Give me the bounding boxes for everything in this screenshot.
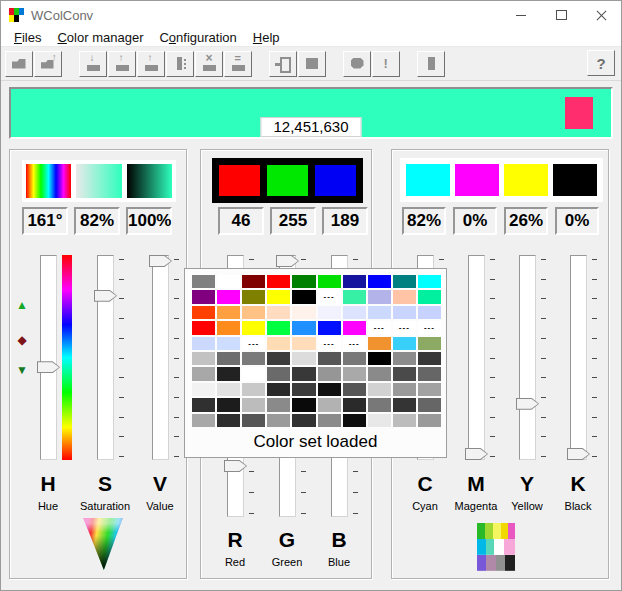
black-slider[interactable]: [570, 255, 598, 460]
palette-swatch[interactable]: [217, 383, 240, 396]
palette-swatch[interactable]: [368, 367, 391, 380]
decrease-arrow-icon[interactable]: [15, 360, 29, 378]
palette-swatch[interactable]: [192, 306, 215, 319]
palette-swatch[interactable]: ---: [318, 290, 341, 303]
palette-swatch[interactable]: [192, 321, 215, 334]
increase-arrow-icon[interactable]: [15, 295, 29, 313]
palette-swatch[interactable]: [318, 383, 341, 396]
value-slider[interactable]: [152, 255, 180, 460]
palette-swatch[interactable]: [242, 414, 265, 427]
palette-swatch[interactable]: [343, 367, 366, 380]
palette-swatch[interactable]: [292, 398, 315, 411]
palette-swatch[interactable]: [418, 337, 441, 350]
palette-swatch[interactable]: ---: [242, 337, 265, 350]
palette-swatch[interactable]: [318, 414, 341, 427]
red-slider-thumb[interactable]: [224, 460, 247, 472]
open-colorset-button[interactable]: [5, 51, 33, 77]
palette-swatch[interactable]: [393, 337, 416, 350]
value-slider-track[interactable]: [152, 255, 169, 460]
palette-swatch[interactable]: [368, 383, 391, 396]
palette-swatch[interactable]: [318, 367, 341, 380]
palette-swatch[interactable]: [267, 398, 290, 411]
palette-swatch[interactable]: [418, 383, 441, 396]
palette-swatch[interactable]: [267, 352, 290, 365]
palette-swatch[interactable]: [192, 414, 215, 427]
magenta-slider-track[interactable]: [468, 255, 485, 460]
palette-swatch[interactable]: [267, 306, 290, 319]
palette-swatch[interactable]: [217, 414, 240, 427]
menu-color-manager[interactable]: Color manager: [49, 29, 151, 46]
palette-swatch[interactable]: [217, 306, 240, 319]
palette-swatch[interactable]: [192, 275, 215, 288]
palette-swatch[interactable]: [267, 414, 290, 427]
copy-color-button[interactable]: [298, 51, 326, 77]
palette-swatch[interactable]: [192, 398, 215, 411]
palette-swatch[interactable]: [418, 306, 441, 319]
palette-swatch[interactable]: [393, 306, 416, 319]
palette-swatch[interactable]: [267, 290, 290, 303]
palette-swatch[interactable]: [217, 321, 240, 334]
palette-swatch[interactable]: [368, 275, 391, 288]
palette-swatch[interactable]: [267, 321, 290, 334]
palette-swatch[interactable]: [267, 337, 290, 350]
palette-swatch[interactable]: [242, 321, 265, 334]
palette-swatch[interactable]: [368, 414, 391, 427]
palette-swatch[interactable]: [242, 383, 265, 396]
palette-swatch[interactable]: [242, 398, 265, 411]
palette-swatch[interactable]: [318, 352, 341, 365]
saturation-slider[interactable]: [97, 255, 125, 460]
store-color-down-button[interactable]: [79, 51, 107, 77]
palette-swatch[interactable]: [318, 321, 341, 334]
exclamation-button[interactable]: [372, 51, 400, 77]
slider-adjust-button[interactable]: [166, 51, 194, 77]
palette-swatch[interactable]: [368, 352, 391, 365]
hue-slider-thumb[interactable]: [37, 361, 60, 373]
palette-swatch[interactable]: [267, 383, 290, 396]
palette-swatch[interactable]: [292, 275, 315, 288]
palette-swatch[interactable]: [292, 352, 315, 365]
recall-color-up2-button[interactable]: [137, 51, 165, 77]
palette-swatch[interactable]: [242, 352, 265, 365]
value-slider-thumb[interactable]: [149, 255, 172, 267]
palette-swatch[interactable]: [242, 367, 265, 380]
palette-swatch[interactable]: [292, 337, 315, 350]
minimize-button[interactable]: [501, 1, 541, 29]
palette-swatch[interactable]: [242, 290, 265, 303]
palette-swatch[interactable]: [217, 337, 240, 350]
palette-swatch[interactable]: [393, 367, 416, 380]
saturation-slider-thumb[interactable]: [94, 290, 117, 302]
palette-swatch[interactable]: [343, 290, 366, 303]
hue-slider-track[interactable]: [40, 255, 57, 460]
palette-swatch[interactable]: [292, 306, 315, 319]
delete-color-button[interactable]: [195, 51, 223, 77]
palette-swatch[interactable]: [343, 414, 366, 427]
palette-swatch[interactable]: [368, 398, 391, 411]
palette-swatch[interactable]: [292, 367, 315, 380]
palette-swatch[interactable]: [242, 275, 265, 288]
palette-swatch[interactable]: [368, 337, 391, 350]
recall-color-up-button[interactable]: [108, 51, 136, 77]
maximize-button[interactable]: [541, 1, 581, 29]
palette-swatch[interactable]: [343, 352, 366, 365]
palette-swatch[interactable]: [418, 290, 441, 303]
panel-button[interactable]: [417, 51, 445, 77]
palette-swatch[interactable]: [192, 352, 215, 365]
close-button[interactable]: [581, 1, 621, 29]
black-slider-track[interactable]: [570, 255, 587, 460]
palette-swatch[interactable]: [318, 398, 341, 411]
black-slider-thumb[interactable]: [567, 448, 590, 460]
palette-swatch[interactable]: [418, 352, 441, 365]
insert-color-button[interactable]: [269, 51, 297, 77]
palette-swatch[interactable]: [242, 306, 265, 319]
shape-button[interactable]: [343, 51, 371, 77]
menu-files[interactable]: Files: [6, 29, 49, 46]
toolbar-help-button[interactable]: ?: [587, 50, 615, 76]
palette-swatch[interactable]: [368, 306, 391, 319]
palette-swatch[interactable]: [343, 275, 366, 288]
palette-swatch[interactable]: ---: [368, 321, 391, 334]
palette-swatch[interactable]: [393, 275, 416, 288]
palette-swatch[interactable]: [318, 275, 341, 288]
yellow-slider-thumb[interactable]: [516, 398, 539, 410]
palette-swatch[interactable]: [368, 290, 391, 303]
menu-help[interactable]: Help: [245, 29, 288, 46]
